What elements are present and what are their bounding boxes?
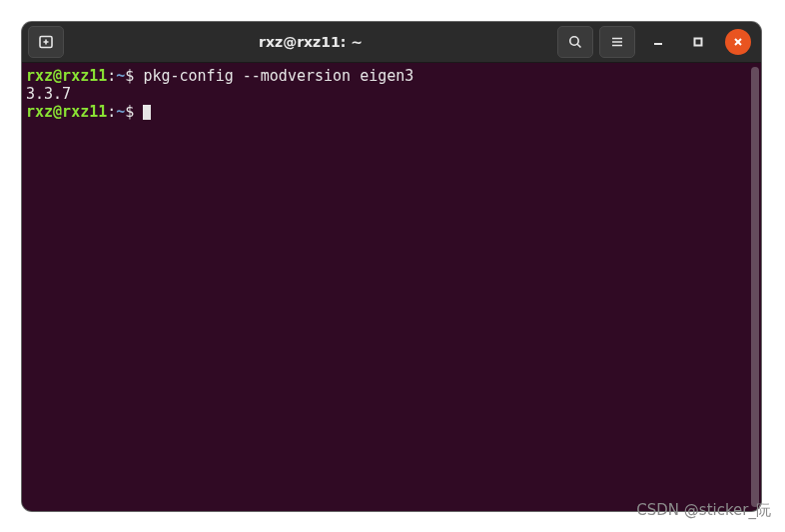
prompt-symbol: $ bbox=[125, 103, 134, 121]
new-tab-icon bbox=[38, 34, 54, 50]
svg-line-4 bbox=[577, 44, 580, 47]
maximize-icon bbox=[692, 36, 704, 48]
window-title: rxz@rxz11: ~ bbox=[70, 34, 551, 50]
menu-button[interactable] bbox=[599, 26, 635, 58]
prompt-user: rxz@rxz11 bbox=[26, 103, 107, 121]
close-button[interactable] bbox=[725, 29, 751, 55]
minimize-icon bbox=[652, 36, 664, 48]
prompt-symbol: $ bbox=[125, 67, 134, 85]
terminal-content: rxz@rxz11:~$ pkg-config --modversion eig… bbox=[26, 67, 747, 507]
prompt-colon: : bbox=[107, 103, 116, 121]
terminal-area[interactable]: rxz@rxz11:~$ pkg-config --modversion eig… bbox=[22, 63, 761, 511]
svg-point-3 bbox=[570, 37, 578, 45]
titlebar: rxz@rxz11: ~ bbox=[22, 22, 761, 63]
prompt-colon: : bbox=[107, 67, 116, 85]
close-icon bbox=[732, 36, 744, 48]
prompt-user: rxz@rxz11 bbox=[26, 67, 107, 85]
cursor bbox=[143, 105, 151, 120]
output-line: 3.3.7 bbox=[26, 85, 71, 103]
search-icon bbox=[567, 34, 583, 50]
svg-rect-9 bbox=[695, 39, 702, 46]
hamburger-icon bbox=[609, 34, 625, 50]
prompt-path: ~ bbox=[116, 103, 125, 121]
maximize-button[interactable] bbox=[685, 29, 711, 55]
command-text: pkg-config --modversion eigen3 bbox=[143, 67, 413, 85]
prompt-path: ~ bbox=[116, 67, 125, 85]
scrollbar[interactable] bbox=[751, 67, 759, 507]
minimize-button[interactable] bbox=[645, 29, 671, 55]
new-tab-button[interactable] bbox=[28, 26, 64, 58]
search-button[interactable] bbox=[557, 26, 593, 58]
terminal-window: rxz@rxz11: ~ bbox=[22, 22, 761, 511]
